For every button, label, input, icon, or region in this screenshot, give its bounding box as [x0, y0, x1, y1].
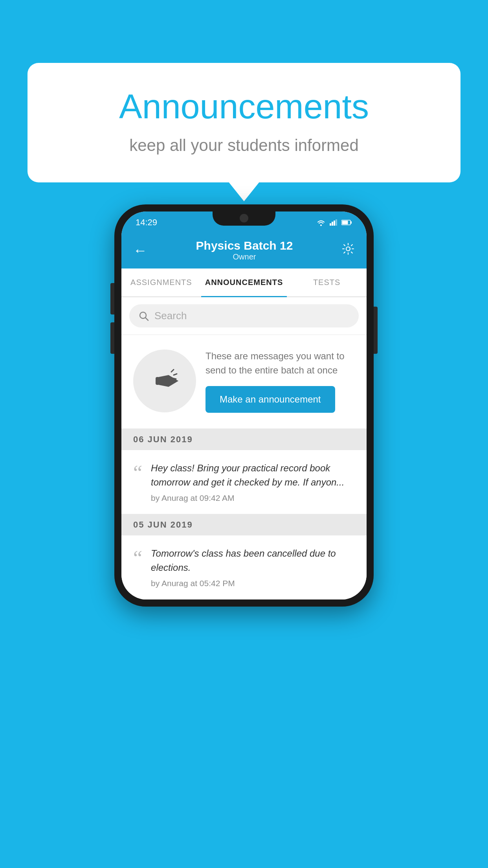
search-placeholder: Search	[154, 310, 187, 322]
announcement-content-1: Hey class! Bring your practical record b…	[151, 461, 355, 503]
speech-bubble-section: Announcements keep all your students inf…	[28, 63, 460, 182]
svg-rect-3	[334, 221, 335, 226]
status-icons	[316, 219, 352, 226]
make-announcement-button[interactable]: Make an announcement	[205, 386, 335, 413]
quote-icon-1: “	[133, 463, 142, 483]
svg-rect-1	[330, 223, 331, 226]
quote-icon-2: “	[133, 548, 142, 568]
volume-down-button	[110, 322, 114, 354]
power-button	[374, 307, 378, 354]
date-separator-1: 06 JUN 2019	[121, 429, 367, 450]
batch-role: Owner	[196, 252, 293, 261]
announcement-content-2: Tomorrow's class has been cancelled due …	[151, 546, 355, 588]
tabs-bar: ASSIGNMENTS ANNOUNCEMENTS TESTS	[121, 268, 367, 297]
status-time: 14:29	[136, 217, 157, 228]
phone-device: 14:29	[114, 204, 374, 607]
date-separator-2: 05 JUN 2019	[121, 514, 367, 535]
promo-icon-circle	[133, 349, 196, 412]
svg-line-13	[174, 374, 177, 375]
volume-up-button	[110, 283, 114, 314]
svg-line-10	[145, 318, 148, 320]
gear-icon	[341, 242, 355, 256]
tab-announcements[interactable]: ANNOUNCEMENTS	[201, 268, 287, 296]
search-container: Search	[121, 297, 367, 335]
svg-line-12	[171, 370, 174, 372]
svg-rect-4	[336, 219, 337, 226]
svg-line-14	[172, 378, 176, 379]
tab-tests[interactable]: TESTS	[287, 268, 367, 296]
megaphone-icon	[147, 363, 182, 399]
battery-icon	[341, 220, 352, 225]
speech-bubble-title: Announcements	[59, 86, 429, 127]
svg-rect-11	[156, 377, 160, 385]
phone-screen: 14:29	[121, 211, 367, 600]
search-bar[interactable]: Search	[129, 304, 359, 327]
svg-point-8	[346, 247, 350, 251]
promo-description: These are messages you want to send to t…	[205, 349, 355, 377]
wifi-icon	[316, 219, 326, 226]
announcement-meta-1: by Anurag at 09:42 AM	[151, 493, 355, 503]
settings-button[interactable]	[341, 242, 355, 258]
svg-rect-2	[332, 222, 333, 226]
announcement-text-2: Tomorrow's class has been cancelled due …	[151, 546, 355, 575]
app-header: ← Physics Batch 12 Owner	[121, 232, 367, 268]
announcement-meta-2: by Anurag at 05:42 PM	[151, 579, 355, 588]
speech-bubble-card: Announcements keep all your students inf…	[28, 63, 460, 182]
header-title-area: Physics Batch 12 Owner	[196, 239, 293, 261]
back-button[interactable]: ←	[133, 242, 147, 259]
announcement-item-1: “ Hey class! Bring your practical record…	[121, 450, 367, 514]
speech-bubble-subtitle: keep all your students informed	[59, 136, 429, 155]
batch-title: Physics Batch 12	[196, 239, 293, 252]
phone-camera	[240, 214, 248, 223]
tab-assignments[interactable]: ASSIGNMENTS	[121, 268, 201, 296]
search-icon	[139, 311, 149, 321]
svg-rect-7	[350, 221, 352, 224]
svg-point-0	[320, 224, 322, 226]
announcement-item-2: “ Tomorrow's class has been cancelled du…	[121, 535, 367, 600]
svg-rect-6	[342, 221, 348, 224]
promo-content: These are messages you want to send to t…	[205, 349, 355, 413]
promo-section: These are messages you want to send to t…	[121, 335, 367, 429]
signal-icon	[330, 219, 338, 226]
phone-outer: 14:29	[114, 204, 374, 607]
announcement-text-1: Hey class! Bring your practical record b…	[151, 461, 355, 489]
